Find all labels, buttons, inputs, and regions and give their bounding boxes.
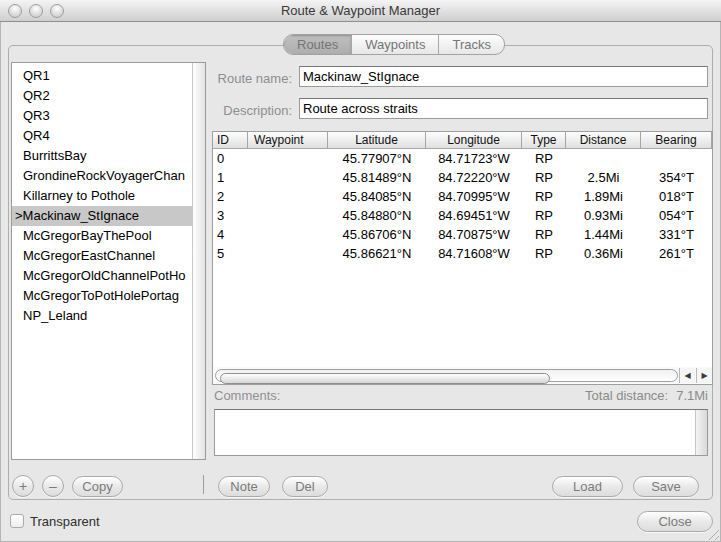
table-cell	[248, 149, 328, 168]
route-list-item[interactable]: QR3	[12, 106, 192, 126]
app-window: Route & Waypoint Manager Routes Waypoint…	[0, 0, 721, 542]
route-name-label: Route name:	[210, 71, 292, 86]
column-header-latitude[interactable]: Latitude	[328, 132, 426, 149]
route-list-item[interactable]: McGregorToPotHolePortag	[12, 286, 192, 306]
save-button[interactable]: Save	[633, 476, 699, 497]
column-header-waypoint[interactable]: Waypoint	[248, 132, 328, 149]
route-list-item[interactable]: BurrittsBay	[12, 146, 192, 166]
scrollbar-thumb[interactable]	[220, 373, 550, 384]
comments-input[interactable]	[214, 409, 708, 456]
route-list-item[interactable]: QR2	[12, 86, 192, 106]
remove-route-button[interactable]: –	[42, 475, 64, 497]
table-header: IDWaypointLatitudeLongitudeTypeDistanceB…	[213, 132, 712, 149]
route-list-item[interactable]: GrondineRockVoyagerChan	[12, 166, 192, 186]
table-cell: 84.72220°W	[426, 168, 522, 187]
window-title: Route & Waypoint Manager	[0, 0, 721, 22]
route-list: QR1QR2QR3QR4BurrittsBayGrondineRockVoyag…	[11, 62, 206, 460]
route-list-item[interactable]: McGregorBayThePool	[12, 226, 192, 246]
route-list-item[interactable]: >Mackinaw_StIgnace	[12, 206, 192, 226]
zoom-window-icon[interactable]	[50, 4, 64, 18]
description-label: Description:	[210, 103, 292, 118]
scroll-left-icon[interactable]: ◀	[679, 368, 695, 383]
table-cell	[248, 225, 328, 244]
tab-bar: Routes Waypoints Tracks	[283, 34, 505, 55]
table-cell: 3	[213, 206, 248, 225]
table-cell: 261°T	[641, 244, 712, 263]
table-cell: 45.81489°N	[328, 168, 426, 187]
table-cell: 054°T	[641, 206, 712, 225]
tab-routes[interactable]: Routes	[284, 35, 351, 54]
titlebar: Route & Waypoint Manager	[0, 0, 721, 22]
table-cell	[248, 206, 328, 225]
table-cell: RP	[522, 149, 566, 168]
waypoint-table: IDWaypointLatitudeLongitudeTypeDistanceB…	[212, 131, 713, 385]
table-cell: 84.71608°W	[426, 244, 522, 263]
route-list-item[interactable]: QR4	[12, 126, 192, 146]
column-header-distance[interactable]: Distance	[566, 132, 641, 149]
table-cell	[641, 149, 712, 168]
close-window-icon[interactable]	[8, 4, 22, 18]
route-list-item[interactable]: QR1	[12, 66, 192, 86]
del-button[interactable]: Del	[282, 476, 328, 497]
table-cell: 0.36Mi	[566, 244, 641, 263]
table-cell: 84.69451°W	[426, 206, 522, 225]
route-list-item[interactable]: NP_Leland	[12, 306, 192, 326]
scroll-right-icon[interactable]: ▶	[696, 368, 712, 383]
route-list-item[interactable]: Killarney to Pothole	[12, 186, 192, 206]
total-distance-label: Total distance:	[585, 388, 668, 403]
tab-waypoints[interactable]: Waypoints	[351, 35, 439, 54]
table-cell: 2	[213, 187, 248, 206]
table-cell: 45.86706°N	[328, 225, 426, 244]
table-cell: 84.70875°W	[426, 225, 522, 244]
table-cell: 45.86621°N	[328, 244, 426, 263]
table-cell: 5	[213, 244, 248, 263]
column-header-longitude[interactable]: Longitude	[426, 132, 522, 149]
add-route-button[interactable]: +	[12, 475, 34, 497]
table-cell: 84.70995°W	[426, 187, 522, 206]
route-name-input[interactable]	[299, 66, 708, 87]
table-cell: 45.84880°N	[328, 206, 426, 225]
table-cell: 1.44Mi	[566, 225, 641, 244]
route-list-items: QR1QR2QR3QR4BurrittsBayGrondineRockVoyag…	[12, 66, 192, 459]
table-cell: 0.93Mi	[566, 206, 641, 225]
table-cell: RP	[522, 206, 566, 225]
route-list-item[interactable]: McGregorEastChannel	[12, 246, 192, 266]
scrollbar-track[interactable]	[215, 369, 678, 382]
traffic-lights	[8, 4, 64, 18]
column-header-id[interactable]: ID	[213, 132, 248, 149]
transparent-checkbox[interactable]	[10, 514, 24, 528]
column-header-bearing[interactable]: Bearing	[641, 132, 712, 149]
table-horizontal-scrollbar: ◀ ▶	[213, 367, 712, 384]
close-button[interactable]: Close	[637, 511, 713, 532]
table-cell: RP	[522, 225, 566, 244]
transparent-checkbox-label: Transparent	[30, 514, 100, 529]
description-input[interactable]	[299, 98, 708, 119]
copy-button[interactable]: Copy	[72, 476, 123, 497]
table-row[interactable]: 545.86621°N84.71608°WRP0.36Mi261°T	[213, 244, 712, 263]
minimize-window-icon[interactable]	[29, 4, 43, 18]
table-row[interactable]: 145.81489°N84.72220°WRP2.5Mi354°T	[213, 168, 712, 187]
table-cell: 2.5Mi	[566, 168, 641, 187]
table-row[interactable]: 245.84085°N84.70995°WRP1.89Mi018°T	[213, 187, 712, 206]
route-list-item[interactable]: McGregorOldChannelPotHo	[12, 266, 192, 286]
note-button[interactable]: Note	[218, 476, 270, 497]
table-row[interactable]: 445.86706°N84.70875°WRP1.44Mi331°T	[213, 225, 712, 244]
table-cell: 354°T	[641, 168, 712, 187]
table-cell: 018°T	[641, 187, 712, 206]
table-cell	[248, 187, 328, 206]
comments-scrollbar[interactable]	[695, 410, 707, 455]
tab-tracks[interactable]: Tracks	[439, 35, 504, 54]
table-cell: 331°T	[641, 225, 712, 244]
table-cell: 0	[213, 149, 248, 168]
table-cell: 1	[213, 168, 248, 187]
table-cell: 4	[213, 225, 248, 244]
table-cell: 1.89Mi	[566, 187, 641, 206]
table-cell: RP	[522, 187, 566, 206]
table-row[interactable]: 045.77907°N84.71723°WRP	[213, 149, 712, 168]
column-header-type[interactable]: Type	[522, 132, 566, 149]
total-distance-value: 7.1Mi	[676, 388, 708, 403]
route-list-scrollbar[interactable]	[192, 63, 205, 459]
load-button[interactable]: Load	[552, 476, 623, 497]
table-row[interactable]: 345.84880°N84.69451°WRP0.93Mi054°T	[213, 206, 712, 225]
table-cell: 45.84085°N	[328, 187, 426, 206]
